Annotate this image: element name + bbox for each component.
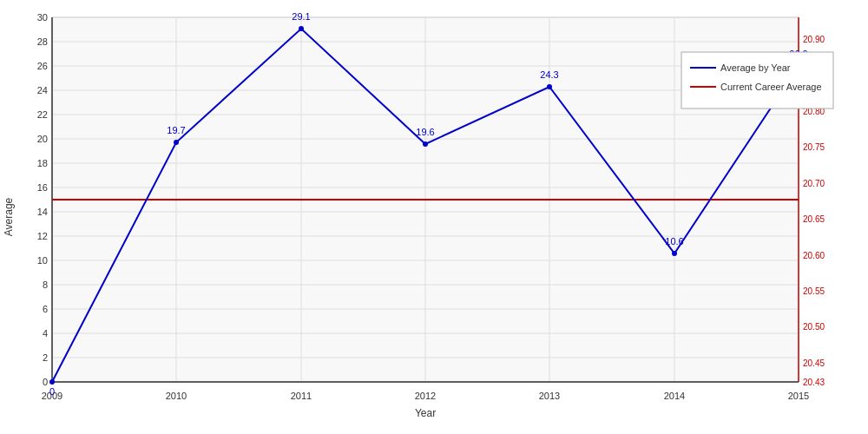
svg-text:19.6: 19.6 (416, 127, 434, 137)
svg-text:4: 4 (43, 328, 48, 339)
svg-text:10: 10 (37, 255, 48, 266)
svg-text:20.65: 20.65 (803, 214, 825, 224)
svg-text:24: 24 (37, 85, 48, 95)
svg-point-60 (299, 26, 304, 31)
svg-text:30: 30 (37, 12, 48, 23)
svg-point-61 (423, 141, 428, 147)
svg-text:2: 2 (43, 352, 48, 363)
svg-text:12: 12 (37, 231, 48, 241)
legend-avg-year-label: Average by Year (720, 62, 791, 73)
svg-text:20: 20 (37, 134, 48, 144)
svg-text:24.3: 24.3 (540, 69, 558, 80)
svg-text:2012: 2012 (415, 391, 436, 401)
main-chart: 0 2 4 6 8 10 12 14 16 18 20 22 24 26 28 … (0, 0, 868, 434)
svg-text:26: 26 (37, 61, 48, 71)
svg-point-62 (547, 84, 552, 89)
svg-text:22: 22 (37, 109, 48, 120)
svg-point-59 (174, 140, 179, 145)
svg-text:20.60: 20.60 (803, 251, 825, 260)
svg-text:2010: 2010 (166, 391, 187, 401)
svg-text:20.90: 20.90 (803, 35, 825, 44)
svg-point-58 (49, 379, 55, 385)
svg-text:2011: 2011 (291, 391, 312, 401)
svg-text:10.6: 10.6 (665, 236, 683, 247)
svg-text:16: 16 (37, 182, 48, 193)
svg-text:20.50: 20.50 (803, 322, 825, 332)
svg-text:19.7: 19.7 (167, 125, 185, 135)
svg-point-63 (672, 251, 677, 256)
chart-container: 0 2 4 6 8 10 12 14 16 18 20 22 24 26 28 … (0, 0, 868, 434)
svg-text:6: 6 (43, 304, 48, 314)
svg-text:20.70: 20.70 (803, 179, 825, 188)
svg-text:2013: 2013 (539, 391, 560, 401)
svg-text:20.43: 20.43 (803, 378, 825, 387)
svg-text:0: 0 (43, 377, 48, 387)
svg-text:18: 18 (37, 158, 48, 168)
svg-text:8: 8 (43, 279, 48, 290)
y-axis-left-label: Average (3, 197, 15, 236)
svg-text:2015: 2015 (788, 391, 809, 401)
svg-text:2014: 2014 (664, 391, 685, 401)
legend-box (681, 52, 833, 108)
svg-text:20.75: 20.75 (803, 142, 825, 152)
svg-text:20.55: 20.55 (803, 286, 825, 296)
svg-text:14: 14 (37, 207, 48, 217)
svg-text:0: 0 (49, 386, 55, 397)
legend-career-avg-label: Current Career Average (720, 82, 822, 92)
svg-text:20.45: 20.45 (803, 358, 825, 368)
svg-text:29.1: 29.1 (292, 11, 310, 22)
svg-text:28: 28 (37, 36, 48, 47)
x-axis-label: Year (415, 407, 436, 419)
